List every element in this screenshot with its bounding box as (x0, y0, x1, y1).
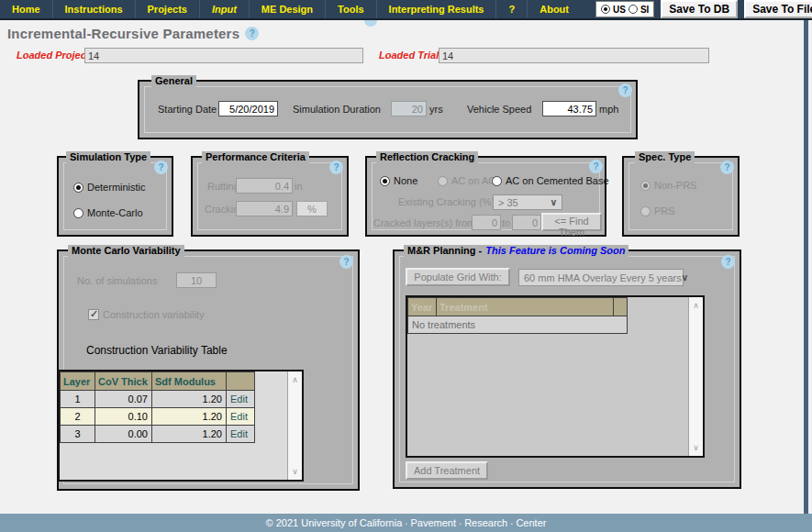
cracking-unit-box: % (296, 201, 328, 216)
edit-link[interactable]: Edit (227, 426, 255, 443)
add-treatment-button[interactable]: Add Treatment (406, 461, 488, 480)
save-to-db-button[interactable]: Save To DB (661, 0, 738, 18)
existing-cracking-label: Existing Cracking (%) (398, 196, 495, 207)
scroll-up-icon[interactable]: ∧ (288, 374, 302, 385)
col-year: Year (408, 298, 437, 316)
simulation-type-groupbox (63, 162, 167, 230)
simulation-type-title: Simulation Type (66, 151, 150, 163)
performance-criteria-panel: Performance Criteria ? Rutting in Cracki… (191, 156, 349, 237)
monte-carlo-radio-icon (73, 208, 83, 218)
no-treatments-cell: No treatments (408, 316, 628, 334)
col-blank (614, 298, 628, 316)
nav-item-home[interactable]: Home (0, 0, 52, 18)
starting-date-field[interactable] (218, 101, 278, 116)
scroll-down-icon[interactable]: ∨ (689, 442, 703, 453)
page-help-icon[interactable]: ? (245, 27, 259, 40)
table-row: 3 0.00 1.20 Edit (61, 426, 255, 443)
cell-cov: 0.10 (95, 408, 152, 426)
treatments-table: Year Treatment No treatments ∧ ∨ (406, 295, 705, 458)
top-nav: Home Instructions Projects Input ME Desi… (0, 0, 812, 20)
mr-grid: Year Treatment No treatments (407, 297, 628, 334)
us-units-radio[interactable] (601, 5, 610, 14)
existing-cracking-dropdown: > 35 ∨ (493, 194, 562, 210)
vehicle-speed-field[interactable] (542, 101, 596, 116)
cell-layer: 3 (61, 426, 95, 443)
general-help-icon[interactable]: ? (618, 83, 632, 97)
cracked-from-field (472, 215, 501, 230)
si-units-radio[interactable] (628, 5, 638, 14)
nav-item-interpreting-results[interactable]: Interpreting Results (376, 0, 496, 18)
loaded-trial-label: Loaded Trial: (379, 50, 442, 61)
cell-sdf: 1.20 (152, 408, 227, 426)
performance-criteria-title: Performance Criteria (202, 151, 309, 163)
populate-grid-button[interactable]: Populate Grid With: (406, 268, 510, 286)
radio-deterministic[interactable]: Deterministic (73, 182, 146, 193)
tooltip-bump (364, 20, 377, 27)
edit-link[interactable]: Edit (227, 391, 255, 408)
loaded-trial-field[interactable] (439, 48, 709, 63)
cracked-layers-label: Cracked layers(s) from (373, 217, 475, 228)
loaded-project-field[interactable] (84, 48, 363, 63)
si-units-label: SI (640, 5, 649, 15)
reflection-cracking-help-icon[interactable]: ? (589, 160, 603, 173)
save-to-file-button[interactable]: Save To File (744, 0, 812, 18)
performance-criteria-groupbox (197, 162, 342, 230)
monte-carlo-title: Monte Carlo Variability (68, 245, 184, 257)
scroll-down-icon[interactable]: ∨ (288, 466, 302, 477)
construction-variability-table: Layer CoV Thick Sdf Modulus 1 0.07 1.20 … (58, 370, 304, 482)
vehicle-speed-unit: mph (599, 104, 618, 115)
cracked-to-field (512, 215, 541, 230)
non-prs-radio-icon (640, 181, 651, 191)
title-row: Incremental-Recursive Parameters ? (7, 26, 259, 41)
radio-prs: PRS (640, 205, 675, 216)
to-label: to (502, 217, 510, 228)
col-treatment: Treatment (437, 298, 614, 316)
nav-item-instructions[interactable]: Instructions (52, 0, 135, 18)
units-toggle: US SI (595, 1, 654, 17)
radio-ac-on-cemented-base[interactable]: AC on Cemented Base (492, 175, 609, 186)
coming-soon-text: This Feature is Coming Soon (485, 245, 625, 257)
general-panel: General ? Starting Date Simulation Durat… (138, 80, 638, 139)
find-them-button[interactable]: <= Find Them (541, 213, 602, 231)
rutting-label: Rutting (207, 181, 239, 192)
radio-ac-on-ac: AC on AC (438, 175, 495, 186)
cell-cov: 0.07 (95, 391, 152, 408)
mr-header-row: Year Treatment (408, 298, 628, 316)
general-title: General (151, 75, 196, 87)
nav-item-help[interactable]: ? (495, 0, 527, 18)
edit-link[interactable]: Edit (227, 408, 255, 426)
monte-carlo-help-icon[interactable]: ? (339, 255, 353, 269)
simulation-type-help-icon[interactable]: ? (154, 161, 168, 174)
nav-item-projects[interactable]: Projects (135, 0, 199, 18)
nav-item-about[interactable]: About (527, 0, 581, 18)
footer-text: © 2021 University of California ∙ Paveme… (266, 517, 547, 528)
cell-sdf: 1.20 (152, 391, 227, 408)
construction-variability-checkbox-row: Construction variability (88, 309, 205, 320)
radio-none[interactable]: None (380, 175, 417, 186)
deterministic-radio-icon (73, 183, 83, 193)
spec-type-panel: Spec. Type ? Non-PRS PRS (622, 156, 740, 237)
performance-criteria-help-icon[interactable]: ? (329, 161, 343, 174)
radio-non-prs: Non-PRS (640, 180, 696, 191)
nav-item-input[interactable]: Input (199, 0, 249, 18)
mr-scrollbar[interactable]: ∧ ∨ (688, 297, 703, 456)
cell-sdf: 1.20 (152, 426, 227, 443)
spec-type-help-icon[interactable]: ? (720, 161, 734, 174)
cell-layer: 2 (61, 408, 95, 426)
nav-item-tools[interactable]: Tools (325, 0, 376, 18)
none-radio-icon (380, 176, 390, 186)
construction-variability-checkbox (88, 309, 99, 320)
reflection-cracking-title: Reflection Cracking (376, 151, 478, 163)
col-layer: Layer (61, 372, 95, 391)
mr-planning-help-icon[interactable]: ? (721, 255, 735, 269)
radio-monte-carlo[interactable]: Monte-Carlo (73, 207, 143, 218)
nav-item-me-design[interactable]: ME Design (249, 0, 325, 18)
mc-header-row: Layer CoV Thick Sdf Modulus (61, 372, 255, 391)
mc-scrollbar[interactable]: ∧ ∨ (287, 371, 302, 480)
scroll-up-icon[interactable]: ∧ (689, 300, 703, 311)
construction-variability-table-title: Construction Variability Table (86, 344, 228, 357)
mr-title-text: M&R Planning - (407, 245, 482, 257)
simulation-duration-field (391, 101, 427, 116)
simulation-duration-label: Simulation Duration (293, 104, 381, 115)
right-edge-strip (804, 20, 808, 514)
